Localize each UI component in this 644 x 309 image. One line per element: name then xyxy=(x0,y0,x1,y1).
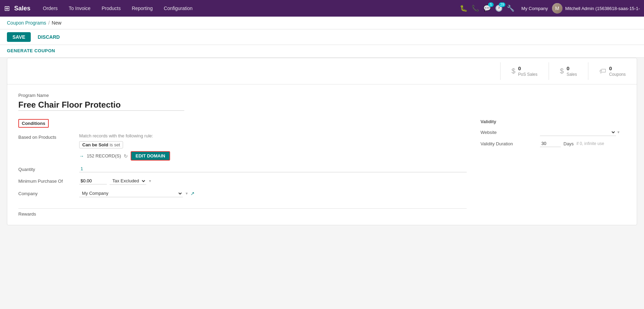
top-navigation: ⊞ Sales Orders To Invoice Products Repor… xyxy=(0,0,644,17)
dollar-icon-sales: $ xyxy=(560,67,564,75)
action-bar: SAVE DISCARD xyxy=(0,29,644,45)
company-select[interactable]: My Company xyxy=(79,190,183,197)
based-on-products-label: Based on Products xyxy=(18,133,74,140)
company-value: My Company ▾ ↗ xyxy=(79,190,467,197)
tag-item: Can be Sold is set xyxy=(79,141,123,148)
user-info: M Mitchell Admin (15638618-saas-15-1- xyxy=(552,3,640,13)
save-button[interactable]: SAVE xyxy=(7,32,31,42)
company-dropdown-arrow-icon: ▾ xyxy=(186,191,188,196)
right-column: Validity Website ▾ Validity Dura xyxy=(480,119,626,217)
stat-pos-sales[interactable]: $ 0 PoS Sales xyxy=(500,62,549,80)
duration-unit: Days xyxy=(563,141,574,146)
match-rule-text: Match records with the following rule: xyxy=(79,133,467,138)
stat-coupons[interactable]: 🏷 0 Coupons xyxy=(588,62,637,80)
min-purchase-label: Minimum Purchase Of xyxy=(18,177,74,184)
sales-number: 0 xyxy=(567,65,577,72)
tax-type-select[interactable]: Tax Excluded Tax Included xyxy=(110,177,146,185)
quantity-label: Quantity xyxy=(18,165,74,172)
left-column: Conditions Based on Products Match recor… xyxy=(18,119,467,217)
program-name-field: Program Name xyxy=(18,93,626,111)
website-select[interactable] xyxy=(540,128,616,136)
nav-configuration[interactable]: Configuration xyxy=(160,4,197,12)
min-purchase-value: Tax Excluded Tax Included ▾ xyxy=(79,177,467,185)
form-body: Program Name Conditions Based on Product… xyxy=(7,84,637,225)
tag-field: Can be Sold xyxy=(82,142,108,147)
clock-icon[interactable]: 🕐 29 xyxy=(495,4,503,12)
sales-label: Sales xyxy=(567,72,577,78)
phone-icon[interactable]: 📞 xyxy=(472,4,479,12)
generate-coupon-bar: GENERATE COUPON xyxy=(0,45,644,58)
company-name: My Company xyxy=(521,6,548,11)
form-card: $ 0 PoS Sales $ 0 Sales 🏷 0 Coupons xyxy=(7,58,637,225)
validity-title: Validity xyxy=(480,119,626,124)
wrench-icon[interactable]: 🔧 xyxy=(507,4,514,12)
arrow-icon: → xyxy=(79,153,84,159)
based-on-products-row: Based on Products Match records with the… xyxy=(18,133,467,161)
dropdown-arrow-icon: ▾ xyxy=(149,179,151,183)
validity-duration-label: Validity Duration xyxy=(480,141,536,146)
validity-duration-value: Days if 0, infinite use xyxy=(540,140,626,147)
edit-domain-button[interactable]: EDIT DOMAIN xyxy=(131,151,170,161)
pos-sales-number: 0 xyxy=(518,65,538,72)
stats-row: $ 0 PoS Sales $ 0 Sales 🏷 0 Coupons xyxy=(7,58,637,84)
website-dropdown-arrow-icon: ▾ xyxy=(617,130,619,135)
quantity-value xyxy=(79,165,467,172)
tag-op: is set xyxy=(110,142,120,147)
breadcrumb-separator: / xyxy=(48,20,50,26)
breadcrumb: Coupon Programs / New xyxy=(0,17,644,29)
validity-duration-row: Validity Duration Days if 0, infinite us… xyxy=(480,140,626,147)
bug-icon[interactable]: 🐛 xyxy=(460,4,467,12)
min-purchase-row: Minimum Purchase Of Tax Excluded Tax Inc… xyxy=(18,177,467,185)
stat-sales[interactable]: $ 0 Sales xyxy=(549,62,588,80)
records-row: → 152 RECORD(S) ↻ EDIT DOMAIN xyxy=(79,151,467,161)
website-label: Website xyxy=(480,130,536,135)
app-name: Sales xyxy=(14,5,30,12)
discard-button[interactable]: DISCARD xyxy=(34,32,64,42)
price-input[interactable] xyxy=(79,178,107,184)
based-on-products-value: Match records with the following rule: C… xyxy=(79,133,467,161)
conditions-header[interactable]: Conditions xyxy=(18,119,49,128)
duration-input[interactable] xyxy=(540,140,561,147)
clock-badge: 29 xyxy=(499,2,505,7)
dollar-icon-pos: $ xyxy=(512,67,515,75)
external-link-icon[interactable]: ↗ xyxy=(190,191,195,196)
refresh-icon[interactable]: ↻ xyxy=(124,153,128,159)
website-row: Website ▾ xyxy=(480,128,626,136)
nav-to-invoice[interactable]: To Invoice xyxy=(65,4,95,12)
conditions-section: Conditions Based on Products Match recor… xyxy=(18,119,467,197)
divider xyxy=(18,208,467,209)
quantity-input[interactable] xyxy=(79,165,467,172)
chat-badge: 5 xyxy=(488,2,494,7)
quantity-row: Quantity xyxy=(18,165,467,172)
tag-container: Can be Sold is set xyxy=(79,141,467,148)
breadcrumb-parent[interactable]: Coupon Programs xyxy=(7,20,46,26)
coupons-number: 0 xyxy=(609,65,626,72)
generate-coupon-button[interactable]: GENERATE COUPON xyxy=(7,48,55,53)
nav-orders[interactable]: Orders xyxy=(39,4,62,12)
grid-icon[interactable]: ⊞ xyxy=(4,4,10,12)
duration-hint: if 0, infinite use xyxy=(577,141,604,146)
breadcrumb-current: New xyxy=(52,20,62,26)
coupons-label: Coupons xyxy=(609,72,626,78)
user-name: Mitchell Admin (15638618-saas-15-1- xyxy=(565,6,640,11)
main-content: $ 0 PoS Sales $ 0 Sales 🏷 0 Coupons xyxy=(0,58,644,232)
tag-icon-coupons: 🏷 xyxy=(599,67,606,75)
two-column-layout: Conditions Based on Products Match recor… xyxy=(18,119,626,217)
avatar: M xyxy=(552,3,562,13)
pos-sales-label: PoS Sales xyxy=(518,72,538,78)
nav-reporting[interactable]: Reporting xyxy=(128,4,157,12)
company-label: Company xyxy=(18,190,74,196)
program-name-input[interactable] xyxy=(18,99,184,111)
rewards-section: Rewards xyxy=(18,208,467,217)
nav-products[interactable]: Products xyxy=(97,4,125,12)
website-value: ▾ xyxy=(540,128,626,136)
company-row: Company My Company ▾ ↗ xyxy=(18,190,467,197)
records-count[interactable]: 152 RECORD(S) xyxy=(87,153,121,158)
chat-icon[interactable]: 💬 5 xyxy=(483,4,491,12)
program-name-label: Program Name xyxy=(18,93,626,98)
rewards-label: Rewards xyxy=(18,211,467,217)
nav-icons: 🐛 📞 💬 5 🕐 29 🔧 My Company M Mitchell Adm… xyxy=(460,3,640,13)
